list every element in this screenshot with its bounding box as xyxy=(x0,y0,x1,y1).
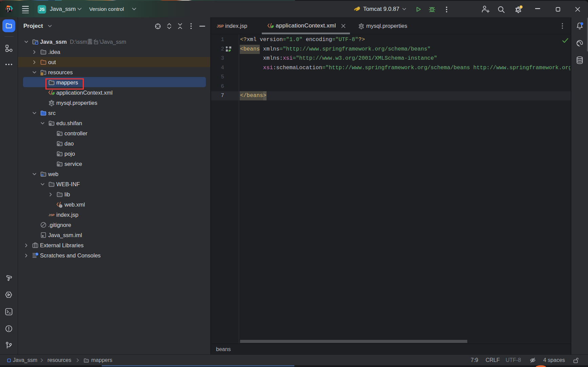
svg-text:JSP: JSP xyxy=(48,213,55,217)
svg-text:JSP: JSP xyxy=(217,24,224,28)
